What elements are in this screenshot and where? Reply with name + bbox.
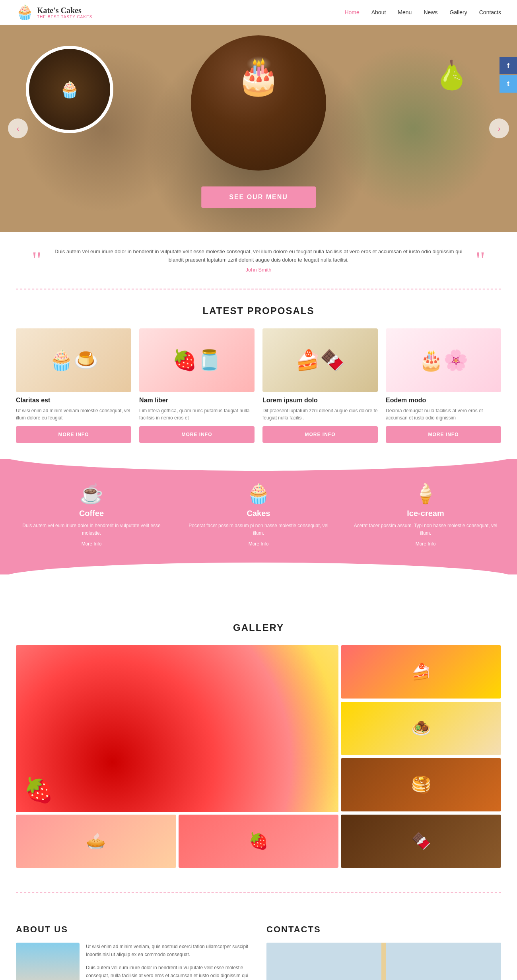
cakes-link[interactable]: More Info (183, 541, 334, 547)
gallery-thumb-6[interactable]: 🍫 (341, 815, 501, 868)
proposal-card-3: 🍰🍫 Lorem ipsum dolo Dit praesent luptatu… (262, 328, 378, 443)
about-para-1: Ut wisi enim ad minim veniam, quis nostr… (86, 943, 251, 959)
icecream-name: Ice-cream (350, 509, 501, 518)
more-info-button-3[interactable]: MORE INFO (262, 426, 378, 443)
services-section: ☕ Coffee Duis autem vel eum iriure dolor… (0, 459, 517, 574)
proposal-name-3: Lorem ipsum dolo (262, 397, 378, 404)
hero-cake-main: 🎂 (191, 35, 326, 171)
map: New York Map data ©2014 Google Terms of … (266, 943, 501, 980)
about-para-2: Duis autem vel eum iriure dolor in hendr… (86, 964, 251, 980)
proposals-section: LATEST PROPOSALS 🧁🍮 Claritas est Ut wisi… (0, 305, 517, 459)
twitter-button[interactable]: t (500, 75, 517, 93)
brand-name: Kate's Cakes (37, 6, 92, 15)
cakes-icon: 🧁 (183, 483, 334, 505)
proposals-title: LATEST PROPOSALS (0, 305, 517, 316)
proposal-image-3: 🍰🍫 (262, 328, 378, 392)
proposal-card-4: 🎂🌸 Eodem modo Decima demugiat nulla faci… (386, 328, 501, 443)
section-divider-2 (16, 892, 501, 893)
hero-prev-button[interactable]: ‹ (8, 118, 28, 138)
quote-author: John Smith (50, 267, 468, 273)
gallery-thumb-5[interactable]: 🍓 (179, 815, 339, 868)
quote-section: " Duis autem vel eum iriure dolor in hen… (0, 232, 517, 289)
nav-home[interactable]: Home (344, 9, 359, 16)
section-divider (16, 289, 501, 289)
facebook-button[interactable]: f (500, 57, 517, 74)
nav-about[interactable]: About (371, 9, 386, 16)
proposal-name-2: Nam liber (139, 397, 255, 404)
icecream-desc: Acerat facer possim assum. Typi non hass… (350, 522, 501, 537)
proposal-desc-1: Ut wisi enim ad minim veniam molestie co… (16, 407, 131, 421)
proposal-name-4: Eodem modo (386, 397, 501, 404)
proposal-card-1: 🧁🍮 Claritas est Ut wisi enim ad minim ve… (16, 328, 131, 443)
proposal-card-2: 🍓🫙 Nam liber Lim littera gothica, quam n… (139, 328, 255, 443)
about-section: ABOUT US 👩 Ut wisi enim ad minim veniam,… (16, 924, 251, 980)
gallery-main-image (16, 645, 338, 812)
service-cakes: 🧁 Cakes Pocerat facer possim assum pi no… (183, 483, 334, 547)
about-photo: 👩 (16, 943, 80, 980)
more-info-button-2[interactable]: MORE INFO (139, 426, 255, 443)
nav-gallery[interactable]: Gallery (449, 9, 467, 16)
logo[interactable]: 🧁 Kate's Cakes THE BEST TASTY CAKES (16, 4, 92, 21)
proposal-image-4: 🎂🌸 (386, 328, 501, 392)
header: 🧁 Kate's Cakes THE BEST TASTY CAKES Home… (0, 0, 517, 25)
proposal-desc-3: Dit praesent luptatum zzril delenit augu… (262, 407, 378, 421)
proposal-name-1: Claritas est (16, 397, 131, 404)
icecream-link[interactable]: More Info (350, 541, 501, 547)
about-contacts-section: ABOUT US 👩 Ut wisi enim ad minim veniam,… (0, 900, 517, 980)
cakes-desc: Pocerat facer possim assum pi non hasse … (183, 522, 334, 537)
coffee-icon: ☕ (16, 483, 167, 505)
more-info-button-4[interactable]: MORE INFO (386, 426, 501, 443)
strawberry-cake-visual (16, 645, 338, 812)
tagline: THE BEST TASTY CAKES (37, 15, 92, 19)
social-sidebar: f t (500, 57, 517, 93)
nav-contacts[interactable]: Contacts (479, 9, 501, 16)
quote-text: Duis autem vel eum iriure dolor in hendr… (50, 248, 468, 264)
icecream-icon: 🍦 (350, 483, 501, 505)
coffee-link[interactable]: More Info (16, 541, 167, 547)
close-quote-mark: " (476, 252, 486, 268)
open-quote-mark: " (32, 252, 42, 268)
hero-cake-left: 🧁 (26, 46, 113, 133)
hero-cta-wrapper: SEE OUR MENU (201, 186, 316, 208)
coffee-name: Coffee (16, 509, 167, 518)
hero-next-button[interactable]: › (489, 118, 509, 138)
hero-section: 🧁 🎂 🍐 f t ‹ › SEE OUR MENU (0, 25, 517, 232)
contacts-title: CONTACTS (266, 924, 501, 935)
about-content: 👩 Ut wisi enim ad minim veniam, quis nos… (16, 943, 251, 980)
gallery-thumb-1[interactable]: 🍰 (341, 645, 501, 699)
about-title: ABOUT US (16, 924, 251, 935)
proposal-image-1: 🧁🍮 (16, 328, 131, 392)
logo-icon: 🧁 (16, 4, 34, 21)
about-text-area: Ut wisi enim ad minim veniam, quis nostr… (86, 943, 251, 980)
gallery-thumb-3[interactable]: 🥞 (341, 758, 501, 811)
map-inner: New York Map data ©2014 Google Terms of … (266, 943, 501, 980)
proposals-grid: 🧁🍮 Claritas est Ut wisi enim ad minim ve… (0, 328, 517, 459)
service-coffee: ☕ Coffee Duis autem vel eum iriure dolor… (16, 483, 167, 547)
more-info-button-1[interactable]: MORE INFO (16, 426, 131, 443)
contacts-section: CONTACTS New York Map data ©2014 Google … (266, 924, 501, 980)
proposal-image-2: 🍓🫙 (139, 328, 255, 392)
nav-news[interactable]: News (424, 9, 437, 16)
see-menu-button[interactable]: SEE OUR MENU (201, 186, 316, 208)
gallery-grid: 🍰 🧆 🥞 🥧 🍓 🍫 (16, 645, 501, 868)
gallery-title: GALLERY (16, 622, 501, 633)
service-icecream: 🍦 Ice-cream Acerat facer possim assum. T… (350, 483, 501, 547)
main-nav: Home About Menu News Gallery Contacts (344, 9, 501, 16)
proposal-desc-4: Decima demugiat nulla facilisis at vero … (386, 407, 501, 421)
quote-content: Duis autem vel eum iriure dolor in hendr… (50, 248, 468, 273)
coffee-desc: Duis autem vel eum iriure dolor in hendr… (16, 522, 167, 537)
proposal-desc-2: Lim littera gothica, quam nunc putamus f… (139, 407, 255, 421)
gallery-thumb-2[interactable]: 🧆 (341, 702, 501, 755)
gallery-section: GALLERY 🍰 🧆 🥞 🥧 🍓 🍫 (0, 574, 517, 884)
gallery-thumb-4[interactable]: 🥧 (16, 815, 176, 868)
about-text: Ut wisi enim ad minim veniam, quis nostr… (86, 943, 251, 980)
nav-menu[interactable]: Menu (398, 9, 412, 16)
cakes-name: Cakes (183, 509, 334, 518)
hero-fruit: 🍐 (412, 35, 491, 115)
